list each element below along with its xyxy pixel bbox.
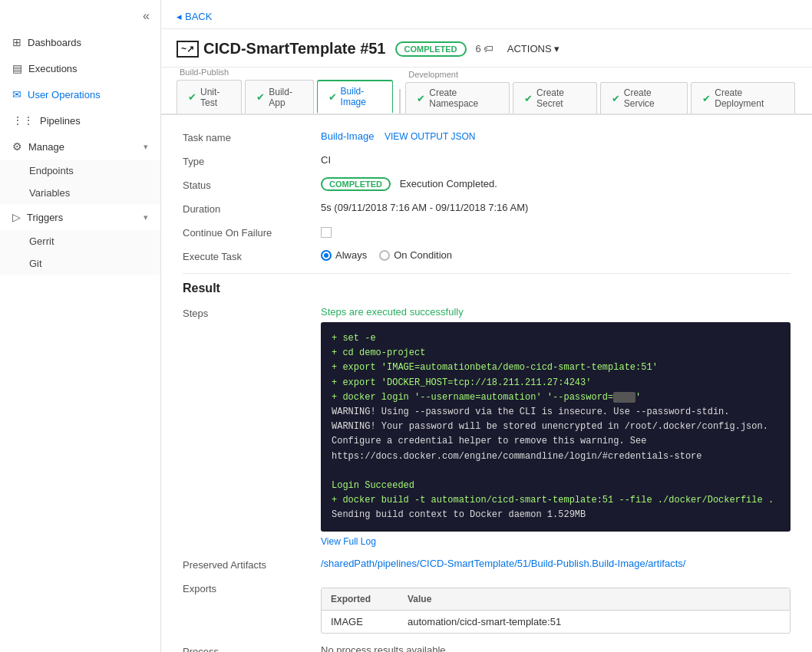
tab-build-app[interactable]: ✔ Build-App (245, 80, 313, 114)
status-inline-badge: COMPLETED (321, 177, 391, 191)
exports-row-key: IMAGE (322, 611, 398, 633)
sidebar-item-label: Pipelines (40, 115, 81, 127)
sidebar-section-label: Triggers (27, 212, 63, 223)
pipeline-group-development: Development ✔ Create Namespace ✔ Create … (405, 70, 797, 114)
page-header: ~↗ CICD-SmartTemplate #51 COMPLETED 6 🏷 … (161, 29, 812, 68)
view-output-json-link[interactable]: VIEW OUTPUT JSON (385, 131, 475, 142)
sidebar-item-variables[interactable]: Variables (0, 182, 160, 204)
exports-label: Exports (183, 581, 321, 594)
field-steps: Steps Steps are executed successfully + … (183, 306, 791, 547)
radio-always-circle (321, 250, 332, 261)
field-continue-on-failure: Continue On Failure (183, 226, 791, 239)
code-block: + set -e + cd demo-project + export 'IMA… (321, 322, 791, 532)
execute-task-value: Always On Condition (321, 249, 791, 261)
group-label-build-publish: Build-Publish (177, 68, 394, 80)
code-line: Login Succeeded (332, 479, 780, 493)
result-heading: Result (183, 282, 791, 295)
view-full-log-link[interactable]: View Full Log (321, 536, 791, 547)
continue-on-failure-label: Continue On Failure (183, 226, 321, 239)
back-bar: ◂ BACK (161, 0, 812, 29)
sidebar-item-executions[interactable]: ▤ Executions (0, 55, 160, 81)
tag-icon: 🏷 (484, 43, 493, 54)
title-icon: ~↗ (177, 41, 199, 58)
sidebar-item-git[interactable]: Git (0, 252, 160, 275)
sidebar-section-triggers[interactable]: ▷ Triggers ▾ (0, 204, 160, 230)
sidebar-section-manage[interactable]: ⚙ Manage ▾ (0, 133, 160, 160)
tab-create-deployment[interactable]: ✔ Create Deployment (691, 82, 795, 114)
pipeline-group-build-publish: Build-Publish ✔ Unit-Test ✔ Build-App ✔ … (177, 68, 394, 114)
code-line: Sending build context to Docker daemon 1… (332, 508, 780, 522)
pipeline-tabs-group1: ✔ Unit-Test ✔ Build-App ✔ Build-Image (177, 80, 394, 114)
tab-unit-test[interactable]: ✔ Unit-Test (177, 80, 242, 114)
code-line: + docker login '--username=automation' '… (332, 390, 780, 405)
sidebar-item-dashboards[interactable]: ⊞ Dashboards (0, 29, 160, 55)
code-line: WARNING! Using --password via the CLI is… (332, 405, 780, 420)
code-line: WARNING! Your password will be stored un… (332, 420, 780, 434)
preserved-artifacts-value: /sharedPath/pipelines/CICD-SmartTemplate… (321, 558, 791, 569)
execute-task-radio-group: Always On Condition (321, 249, 791, 261)
steps-value: Steps are executed successfully + set -e… (321, 306, 791, 547)
pipelines-icon: ⋮⋮ (12, 114, 34, 127)
check-icon: ✔ (702, 93, 711, 104)
radio-on-condition[interactable]: On Condition (379, 249, 452, 261)
steps-label: Steps (183, 306, 321, 319)
sidebar-item-user-operations[interactable]: ✉ User Operations (0, 81, 160, 107)
sidebar-section-label: Manage (28, 141, 64, 153)
sidebar-item-pipelines[interactable]: ⋮⋮ Pipelines (0, 107, 160, 133)
check-icon: ✔ (256, 91, 265, 103)
exports-table-header: Exported Value (322, 588, 790, 611)
sidebar: « ⊞ Dashboards ▤ Executions ✉ User Opera… (0, 0, 161, 652)
user-operations-icon: ✉ (12, 88, 21, 100)
manage-icon: ⚙ (12, 140, 22, 153)
tab-create-secret[interactable]: ✔ Create Secret (513, 82, 597, 114)
type-value: CI (321, 154, 791, 166)
sidebar-item-gerrit[interactable]: Gerrit (0, 230, 160, 252)
tab-create-namespace[interactable]: ✔ Create Namespace (405, 82, 510, 114)
tag-count: 6 🏷 (476, 43, 493, 54)
field-duration: Duration 5s (09/11/2018 7:16 AM - 09/11/… (183, 202, 791, 215)
tab-build-image[interactable]: ✔ Build-Image (317, 80, 394, 114)
status-label: Status (183, 178, 321, 191)
field-type: Type CI (183, 154, 791, 167)
code-line: https://docs.docker.com/engine/commandli… (332, 449, 780, 464)
code-line: + set -e (332, 331, 780, 346)
radio-always[interactable]: Always (321, 249, 367, 261)
page-title: ~↗ CICD-SmartTemplate #51 (177, 40, 386, 58)
tab-create-service[interactable]: ✔ Create Service (600, 82, 688, 114)
sidebar-item-endpoints[interactable]: Endpoints (0, 160, 160, 182)
back-button[interactable]: ◂ BACK (177, 11, 797, 22)
group-separator (399, 89, 401, 114)
task-name-link[interactable]: Build-Image (321, 130, 374, 142)
sidebar-collapse-button[interactable]: « (0, 0, 160, 29)
check-icon: ✔ (328, 91, 337, 103)
code-line: + cd demo-project (332, 346, 780, 361)
check-icon: ✔ (188, 91, 196, 103)
exports-table: Exported Value IMAGE automation/cicd-sma… (321, 588, 791, 634)
manage-chevron-icon: ▾ (144, 142, 148, 152)
field-status: Status COMPLETED Execution Completed. (183, 178, 791, 191)
status-value: COMPLETED Execution Completed. (321, 178, 791, 189)
dashboards-icon: ⊞ (12, 36, 21, 48)
actions-button[interactable]: ACTIONS ▾ (507, 43, 559, 54)
triggers-icon: ▷ (12, 211, 21, 223)
status-message: Execution Completed. (400, 178, 497, 189)
check-icon: ✔ (612, 93, 620, 104)
status-badge: COMPLETED (395, 41, 467, 57)
exports-col-header-value: Value (398, 588, 790, 610)
main-content: ◂ BACK ~↗ CICD-SmartTemplate #51 COMPLET… (161, 0, 812, 652)
actions-chevron-icon: ▾ (554, 43, 559, 54)
duration-value: 5s (09/11/2018 7:16 AM - 09/11/2018 7:16… (321, 202, 791, 213)
exports-value: Exported Value IMAGE automation/cicd-sma… (321, 581, 791, 634)
pipeline-tabs-group2: ✔ Create Namespace ✔ Create Secret ✔ Cre… (405, 82, 797, 114)
artifacts-path-link[interactable]: /sharedPath/pipelines/CICD-SmartTemplate… (321, 558, 685, 569)
task-name-label: Task name (183, 130, 321, 143)
field-process: Process No process results available. (183, 644, 791, 652)
code-line: + export 'IMAGE=automationbeta/demo-cicd… (332, 361, 780, 375)
steps-success-message: Steps are executed successfully (321, 306, 791, 318)
pipeline-tabs-wrapper: Build-Publish ✔ Unit-Test ✔ Build-App ✔ … (161, 68, 812, 115)
field-execute-task: Execute Task Always On Condition (183, 249, 791, 262)
task-name-value: Build-Image VIEW OUTPUT JSON (321, 130, 791, 142)
field-preserved-artifacts: Preserved Artifacts /sharedPath/pipeline… (183, 558, 791, 571)
group-label-development: Development (405, 70, 797, 82)
continue-on-failure-checkbox[interactable] (321, 227, 332, 238)
